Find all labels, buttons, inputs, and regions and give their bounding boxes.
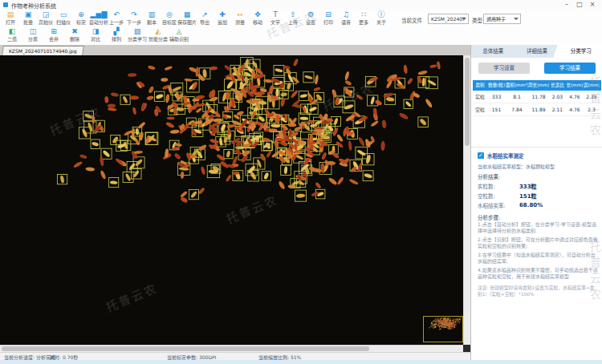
toolbar-item-label: 对比	[91, 36, 100, 42]
toolbar-item-label: 设置	[306, 19, 315, 25]
undo-icon: ↶	[113, 10, 120, 19]
current-model-line: 当前水稻结实率模型：水稻颗粒模型	[478, 163, 555, 170]
toolbar-item-label: 打开	[6, 19, 15, 25]
batch-icon: ▣	[25, 10, 32, 19]
image-viewport	[0, 55, 463, 345]
more-button[interactable]: ∷ 更多	[355, 10, 372, 25]
scanner-button[interactable]: ▭ 扫描仪	[55, 10, 72, 25]
close-button[interactable]: ×	[586, 0, 599, 10]
tab-overall-results[interactable]: 总体结果	[471, 45, 515, 58]
toolbar-item-label: 自动分析	[89, 19, 108, 25]
binary-icon: ◧	[9, 27, 16, 36]
batch-button[interactable]: ▣ 批量	[19, 10, 37, 25]
print-button[interactable]: ⊟ 打印	[319, 10, 337, 25]
tab-detail-results[interactable]: 详细结果	[515, 45, 559, 58]
smart-classify-button[interactable]: ◭ 智能分类	[148, 27, 169, 42]
auto-analyze-button[interactable]: ▂▅▇ 自动分析	[90, 10, 108, 25]
upload-button[interactable]: ⇧ 上传	[284, 10, 302, 25]
about-button[interactable]: ⓘ 关于	[372, 10, 390, 25]
settings-gear-icon: ⚙	[307, 10, 314, 19]
append-icon: ✚	[219, 10, 226, 19]
app-logo-icon	[3, 2, 8, 7]
vertical-scrollbar-thumb[interactable]	[465, 58, 470, 146]
tab-classify-learning[interactable]: 分类学习	[559, 45, 602, 58]
merge-button[interactable]: ⊞ 合并	[43, 27, 64, 42]
compare-button[interactable]: ◨ 对比	[85, 27, 106, 42]
toolbar-item-label: 目标区	[162, 19, 177, 25]
maximize-button[interactable]: □	[573, 0, 586, 10]
minimap-canvas[interactable]	[423, 316, 463, 342]
tab-label: 总体结果	[471, 45, 515, 58]
result-label: 空粒数:	[478, 192, 519, 200]
calibrate-button[interactable]: ⊕ 标定	[72, 10, 90, 25]
toolbar-item-label: 下一步	[127, 19, 141, 25]
toolbar-item-label: 分离	[28, 36, 38, 42]
learning-settings-button[interactable]: 学习设置	[478, 63, 530, 74]
analysis-step: 1.点击【自动分析】按钮，在分类学习-学习设置-模型选择中选择待分析的水稻类别.	[478, 221, 598, 234]
text-button[interactable]: T 文字	[266, 10, 284, 25]
analysis-results: 实粒数: 333粒 空粒数: 151粒 水稻结实率: 68.80%	[478, 181, 598, 210]
duplicate-button[interactable]: ▥ 副本	[143, 10, 161, 25]
type-select[interactable]: 通用种子	[483, 14, 521, 24]
toolbar-item-label: 二值	[7, 36, 17, 42]
save-image-button[interactable]: ▦ 保存图片	[178, 10, 196, 25]
table-row-empty-grain[interactable]: 空粒 151 7.84 11.89 2.11 4.76 2.3	[473, 103, 601, 116]
title-bar: 作物考种分析系统 – □ ×	[0, 0, 602, 10]
assist-recognition-button[interactable]: ◬ 辅助识别	[169, 27, 189, 42]
append-button[interactable]: ✚ 追加	[214, 10, 231, 25]
result-row: 空粒数: 151粒	[478, 191, 598, 200]
voice-button[interactable]: ♫ 语音	[337, 10, 355, 25]
table-row-filled-grain[interactable]: 实粒 333 8.1 11.78 2.03 4.76 2.35	[473, 91, 601, 103]
binary-button[interactable]: ◧ 二值	[2, 27, 22, 42]
toolbar-item-label: 文字	[270, 19, 280, 25]
measure-button[interactable]: ↔ 测量	[231, 10, 249, 25]
toolbar-item-label: 扫描仪	[56, 19, 71, 25]
checkbox-checked-icon[interactable]: ✓	[478, 152, 484, 159]
toolbar-item-label: 上一步	[109, 19, 124, 25]
voice-icon: ♫	[343, 10, 349, 19]
delete-button[interactable]: ✖ 删除	[64, 27, 85, 42]
classify-learning-icon: ▧	[134, 27, 141, 36]
toolbar-item-label: 删除	[70, 36, 79, 42]
arrange-button[interactable]: ▞ 排列	[106, 27, 127, 42]
auto-analyze-icon: ▂▅▇	[91, 10, 108, 19]
toolbar-item-label: 辅助识别	[169, 36, 189, 42]
target-area-icon: ◎	[166, 10, 173, 19]
table-header-row: 类别 数量(粒) 面积(mm²) 周长(mm) 长宽比 长(mm) 宽(mm)	[473, 80, 601, 91]
separate-button[interactable]: ◫ 分离	[22, 27, 43, 42]
rice-rate-checkbox-row[interactable]: ✓ 水稻结实率测定	[478, 152, 524, 160]
toolbar-item-label: 更多	[359, 19, 368, 25]
result-row: 实粒数: 333粒	[478, 181, 598, 191]
toolbar-item-label: 打印	[323, 19, 333, 25]
target-area-button[interactable]: ◎ 目标区	[161, 10, 178, 25]
result-value: 68.80%	[519, 202, 543, 208]
class-stats-table: 类别 数量(粒) 面积(mm²) 周长(mm) 长宽比 长(mm) 宽(mm) …	[473, 80, 601, 116]
export-button[interactable]: ↗ 导出	[196, 10, 214, 25]
toolbar-item-label: 排列	[112, 36, 121, 42]
window-title: 作物考种分析系统	[11, 2, 56, 10]
learning-results-button[interactable]: 学习结果	[544, 63, 596, 74]
settings-button[interactable]: ⚙ 设置	[302, 10, 319, 25]
result-row: 水稻结实率: 68.80%	[478, 200, 598, 210]
toolbar-item-label: 关于	[376, 19, 386, 25]
trash-icon: ✖	[71, 27, 78, 36]
minimize-button[interactable]: –	[560, 0, 573, 10]
scrollbar-corner	[463, 345, 470, 352]
toolbar-item-label: 合并	[49, 36, 59, 42]
toolbar-item-label: 测量	[235, 19, 245, 25]
redo-button[interactable]: ↷ 下一步	[125, 10, 143, 25]
classify-learning-button[interactable]: ▧ 分类学习	[127, 27, 148, 42]
toolbar-item-label: 移动	[253, 19, 262, 25]
current-file-select[interactable]: KZSM_202407	[428, 14, 469, 24]
open-button[interactable]: ▤ 打开	[2, 10, 19, 25]
doc-camera-button[interactable]: ◲ 高拍仪	[37, 10, 55, 25]
result-label: 水稻结实率:	[478, 201, 519, 209]
doc-camera-icon: ◲	[43, 10, 50, 19]
undo-button[interactable]: ↶ 上一步	[108, 10, 125, 25]
move-button[interactable]: ✥ 移动	[249, 10, 266, 25]
seed-image-canvas[interactable]	[0, 55, 463, 345]
toolbar-item-label: 高拍仪	[39, 19, 53, 25]
folder-open-icon: ▤	[7, 10, 14, 19]
horizontal-scrollbar-thumb[interactable]	[2, 346, 369, 351]
image-file-tab[interactable]: KZSM_20240710174940.jpg	[2, 46, 83, 55]
